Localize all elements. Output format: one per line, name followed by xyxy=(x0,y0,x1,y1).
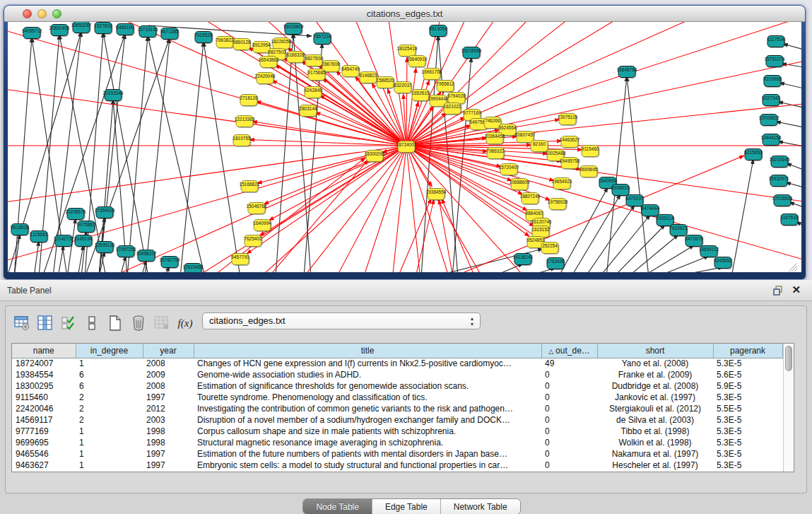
cell-short[interactable]: Stergiakouli et al. (2012) xyxy=(597,403,713,414)
cell-outde[interactable]: 0 xyxy=(541,369,597,380)
cell-title[interactable]: Changes of HCN gene expression and I(f) … xyxy=(194,358,541,369)
network-canvas[interactable]: 1872400718300295193845541405571220891406… xyxy=(8,22,801,272)
cell-year[interactable]: 1998 xyxy=(143,426,194,437)
cell-outde[interactable]: 0 xyxy=(541,437,597,448)
cell-pagerank[interactable]: 5.6E-5 xyxy=(713,369,782,380)
cell-name[interactable]: 18724007 xyxy=(12,358,76,369)
column-header-short[interactable]: short xyxy=(597,344,713,358)
table-row[interactable]: 1938455462009Genome-wide association stu… xyxy=(12,369,782,380)
column-header-year[interactable]: year xyxy=(143,344,194,358)
table-row[interactable]: 1830029562008Estimation of significance … xyxy=(12,380,782,392)
cell-title[interactable]: Estimation of significance thresholds fo… xyxy=(194,380,541,392)
cell-pagerank[interactable]: 5.3E-5 xyxy=(713,460,782,471)
column-header-pagerank[interactable]: pagerank xyxy=(713,344,782,358)
table-selector-dropdown[interactable]: citations_edges.txt ▲▼ xyxy=(202,313,481,329)
cell-name[interactable]: 22420046 xyxy=(12,403,76,414)
cell-name[interactable]: 9115460 xyxy=(12,392,76,403)
cell-year[interactable]: 2008 xyxy=(143,358,194,369)
table-row[interactable]: 946554611997Estimation of the future num… xyxy=(12,448,782,460)
cell-title[interactable]: Tourette syndrome. Phenomenology and cla… xyxy=(194,392,541,403)
cell-year[interactable]: 1997 xyxy=(143,448,194,460)
cell-outde[interactable]: 0 xyxy=(541,460,597,471)
table-row[interactable]: 1872400712008Changes of HCN gene express… xyxy=(12,358,782,369)
cell-name[interactable]: 9465546 xyxy=(12,448,76,460)
column-header-name[interactable]: name xyxy=(12,344,76,358)
network-window-titlebar[interactable]: citations_edges.txt xyxy=(4,6,805,22)
cell-indegree[interactable]: 1 xyxy=(76,448,143,460)
cell-short[interactable]: Franke et al. (2009) xyxy=(597,369,713,380)
cell-indegree[interactable]: 1 xyxy=(76,426,143,437)
column-header-title[interactable]: title xyxy=(194,344,541,358)
cell-pagerank[interactable]: 5.3E-5 xyxy=(713,448,782,460)
cell-title[interactable]: Structural magnetic resonance image aver… xyxy=(194,437,541,448)
cell-short[interactable]: Dudbridge et al. (2008) xyxy=(597,380,713,392)
cell-year[interactable]: 2008 xyxy=(143,380,194,392)
cell-short[interactable]: Jankovic et al. (1997) xyxy=(597,392,713,403)
cell-name[interactable]: 9463627 xyxy=(12,460,76,471)
cell-outde[interactable]: 0 xyxy=(541,392,597,403)
cell-indegree[interactable]: 2 xyxy=(76,403,143,414)
cell-outde[interactable]: 0 xyxy=(541,403,597,414)
table-scrollbar-thumb[interactable] xyxy=(785,346,792,371)
cell-short[interactable]: Tibbo et al. (1998) xyxy=(597,426,713,437)
cell-outde[interactable]: 0 xyxy=(541,426,597,437)
tab-node-table[interactable]: Node Table xyxy=(303,499,372,514)
cell-year[interactable]: 2003 xyxy=(143,414,194,426)
table-settings-icon[interactable] xyxy=(11,313,33,333)
cell-year[interactable]: 1997 xyxy=(143,460,194,471)
tab-edge-table[interactable]: Edge Table xyxy=(372,499,441,514)
table-row[interactable]: 1456911722003Disruption of a novel membe… xyxy=(12,414,782,426)
cell-short[interactable]: Yano et al. (2008) xyxy=(597,358,713,369)
table-row[interactable]: 2242004622012Investigating the contribut… xyxy=(12,403,782,414)
cell-name[interactable]: 9699695 xyxy=(12,437,76,448)
cell-name[interactable]: 9777169 xyxy=(12,426,76,437)
cell-pagerank[interactable]: 5.3E-5 xyxy=(713,426,782,437)
function-builder-icon[interactable]: f(x) xyxy=(175,313,196,333)
select-rows-icon[interactable] xyxy=(58,313,79,333)
column-header-outde[interactable]: △out_de… xyxy=(541,344,597,358)
table-row[interactable]: 911546021997Tourette syndrome. Phenomeno… xyxy=(12,392,782,403)
cell-title[interactable]: Investigating the contribution of common… xyxy=(194,403,541,414)
cell-pagerank[interactable]: 5.3E-5 xyxy=(713,437,782,448)
column-settings-icon[interactable] xyxy=(35,313,56,333)
cell-short[interactable]: Hescheler et al. (1997) xyxy=(597,460,713,471)
cell-indegree[interactable]: 1 xyxy=(76,358,143,369)
column-header-indegree[interactable]: in_degree xyxy=(76,344,143,358)
cell-title[interactable]: Genome-wide association studies in ADHD. xyxy=(194,369,541,380)
cell-indegree[interactable]: 2 xyxy=(76,414,143,426)
cell-year[interactable]: 2012 xyxy=(143,403,194,414)
cell-title[interactable]: Embryonic stem cells: a model to study s… xyxy=(194,460,541,471)
cell-indegree[interactable]: 2 xyxy=(76,392,143,403)
close-panel-icon[interactable]: ✕ xyxy=(792,284,801,296)
table-row[interactable]: 969969511998Structural magnetic resonanc… xyxy=(12,437,782,448)
cell-short[interactable]: de Silva et al. (2003) xyxy=(597,414,713,426)
cell-pagerank[interactable]: 5.3E-5 xyxy=(713,358,782,369)
cell-year[interactable]: 1997 xyxy=(143,392,194,403)
cell-short[interactable]: Wolkin et al. (1998) xyxy=(597,437,713,448)
cell-year[interactable]: 1998 xyxy=(143,437,194,448)
cell-title[interactable]: Disruption of a novel member of a sodium… xyxy=(194,414,541,426)
cell-pagerank[interactable]: 5.9E-5 xyxy=(713,380,782,392)
cell-outde[interactable]: 0 xyxy=(541,380,597,392)
delete-table-icon[interactable] xyxy=(151,313,172,333)
table-row[interactable]: 946362711997Embryonic stem cells: a mode… xyxy=(12,460,782,471)
cell-pagerank[interactable]: 5.5E-5 xyxy=(713,403,782,414)
cell-indegree[interactable]: 6 xyxy=(76,380,143,392)
cell-outde[interactable]: 49 xyxy=(541,358,597,369)
cell-outde[interactable]: 0 xyxy=(541,448,597,460)
merge-rows-icon[interactable] xyxy=(81,313,102,333)
delete-rows-icon[interactable] xyxy=(128,313,149,333)
table-scrollbar[interactable] xyxy=(783,344,794,472)
cell-title[interactable]: Estimation of the future numbers of pati… xyxy=(194,448,541,460)
cell-pagerank[interactable]: 5.3E-5 xyxy=(713,414,782,426)
tab-network-table[interactable]: Network Table xyxy=(441,499,520,514)
cell-indegree[interactable]: 6 xyxy=(76,369,143,380)
cell-name[interactable]: 14569117 xyxy=(12,414,76,426)
cell-year[interactable]: 2009 xyxy=(143,369,194,380)
cell-indegree[interactable]: 1 xyxy=(76,437,143,448)
new-table-icon[interactable] xyxy=(105,313,126,333)
cell-indegree[interactable]: 1 xyxy=(76,460,143,471)
cell-pagerank[interactable]: 5.3E-5 xyxy=(713,392,782,403)
resize-grip[interactable] xyxy=(789,263,797,271)
table-row[interactable]: 977716911998Corpus callosum shape and si… xyxy=(12,426,782,437)
